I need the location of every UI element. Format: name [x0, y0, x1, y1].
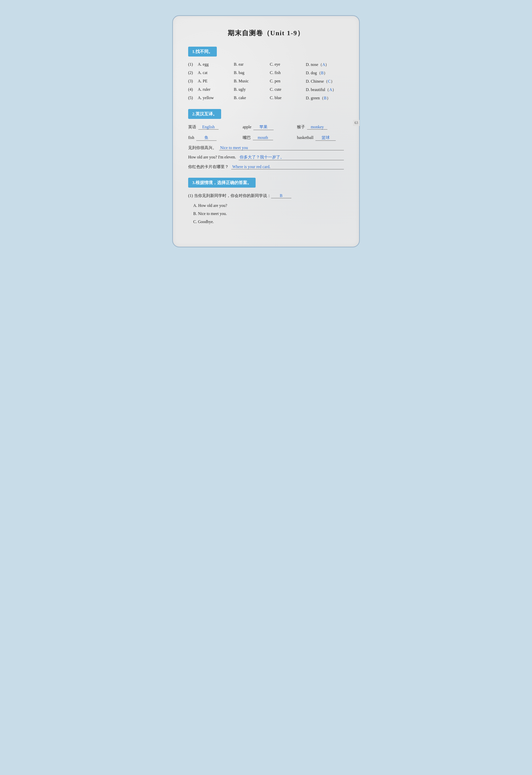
translation-grid: 英语 English apple 苹果 猴子 monkey fish 鱼 嘴巴 …: [188, 124, 344, 141]
choice-a: A. egg: [198, 62, 226, 67]
choice-c: C. pen: [270, 79, 298, 84]
s3-answer: B: [271, 193, 292, 198]
answer: A: [322, 62, 325, 67]
section-3-questions: (1) 当你见到新同学时，你会对你的新同学说：B A. How old are …: [188, 193, 344, 226]
choice-c: C. eye: [270, 62, 298, 67]
q-choices: A. cat B. bag C. fish D. dog（B）: [198, 70, 334, 76]
choice-d: D. nose（A）: [306, 62, 334, 67]
sentence-label: How old are you? I'm eleven.: [188, 155, 236, 159]
choice-d: D. Chinese（C）: [306, 79, 335, 84]
question-list: (1) A. egg B. ear C. eye D. nose（A） (2) …: [188, 62, 344, 101]
sentence-row-2: How old are you? I'm eleven. 你多大了？我十一岁了。: [188, 155, 344, 160]
trans-answer: English: [198, 125, 218, 129]
trans-answer: mouth: [253, 135, 273, 140]
question-row-3: (3) A. PE B. Music C. pen D. Chinese（C）: [188, 79, 344, 84]
choice-d: D. dog（B）: [306, 70, 334, 76]
sentence-label: 你红色的卡片在哪里？: [188, 164, 229, 170]
choice-c: C. cute: [270, 87, 298, 92]
question-row-5: (5) A. yellow B. cake C. blue D. green（B…: [188, 96, 344, 101]
trans-answer: monkey: [307, 125, 327, 129]
q-choices: A. PE B. Music C. pen D. Chinese（C）: [198, 79, 335, 84]
s3-options: A. How old are you?B. Nice to meet you.C…: [193, 201, 344, 226]
s3-option: B. Nice to meet you.: [193, 210, 344, 218]
section-2-header: 2.英汉互译。: [188, 109, 221, 119]
choice-d: D. green（B）: [306, 96, 334, 101]
answer: B: [324, 96, 327, 100]
trans-label: basketball: [297, 135, 314, 140]
question-row-1: (1) A. egg B. ear C. eye D. nose（A）: [188, 62, 344, 67]
sentence-answer: Where is your red card.: [231, 164, 344, 169]
choice-a: A. ruler: [198, 87, 226, 92]
q-choices: A. ruler B. ugly C. cute D. beautiful（A）: [198, 87, 336, 92]
trans-label: fish: [188, 135, 194, 140]
choice-c: C. fish: [270, 70, 298, 76]
trans-answer: 鱼: [196, 135, 216, 141]
s3-option: C. Goodbye.: [193, 218, 344, 226]
q-num: (5): [188, 96, 196, 100]
trans-item-2: apple 苹果: [243, 124, 290, 130]
choice-c: C. blue: [270, 96, 298, 101]
sentence-row-3: 你红色的卡片在哪里？ Where is your red card.: [188, 164, 344, 170]
sentence-translations: 见到你很高兴。 Nice to meet you How old are you…: [188, 145, 344, 170]
trans-label: apple: [243, 125, 251, 129]
question-row-2: (2) A. cat B. bag C. fish D. dog（B）: [188, 70, 344, 76]
trans-label: 嘴巴: [243, 135, 251, 140]
trans-answer: 苹果: [253, 124, 274, 130]
section-3: 3.根据情境，选择正确的答案。 (1) 当你见到新同学时，你会对你的新同学说：B…: [188, 178, 344, 226]
s3-option: A. How old are you?: [193, 201, 344, 210]
answer: C: [328, 79, 331, 83]
trans-label: 英语: [188, 124, 196, 130]
s3-question-text: (1) 当你见到新同学时，你会对你的新同学说：B: [188, 193, 344, 198]
trans-item-3: 猴子 monkey: [297, 124, 344, 130]
sentence-answer: Nice to meet you: [219, 145, 344, 150]
trans-item-6: basketball 篮球: [297, 135, 344, 141]
main-title: 期末自测卷（Unit 1-9）: [188, 29, 344, 38]
choice-b: B. bag: [234, 70, 262, 76]
choice-b: B. ear: [234, 62, 262, 67]
choice-b: B. cake: [234, 96, 262, 101]
section-1-header: 1.找不同。: [188, 47, 217, 57]
trans-item-1: 英语 English: [188, 124, 235, 130]
section-1: 1.找不同。 (1) A. egg B. ear C. eye D. nose（…: [188, 47, 344, 101]
trans-item-5: 嘴巴 mouth: [243, 135, 290, 141]
s3-question-1: (1) 当你见到新同学时，你会对你的新同学说：B A. How old are …: [188, 193, 344, 226]
choice-a: A. cat: [198, 70, 226, 76]
sentence-label: 见到你很高兴。: [188, 145, 216, 151]
choice-d: D. beautiful（A）: [306, 87, 336, 92]
paper: 63 期末自测卷（Unit 1-9） 1.找不同。 (1) A. egg B. …: [172, 15, 360, 247]
page-wrapper: 63 期末自测卷（Unit 1-9） 1.找不同。 (1) A. egg B. …: [167, 10, 365, 252]
q-num: (3): [188, 79, 196, 83]
q-num: (2): [188, 70, 196, 75]
q-num: (4): [188, 87, 196, 92]
section-3-header: 3.根据情境，选择正确的答案。: [188, 178, 255, 188]
answer: A: [329, 87, 332, 92]
trans-answer: 篮球: [316, 135, 336, 141]
trans-item-4: fish 鱼: [188, 135, 235, 141]
q-num: (1): [188, 62, 196, 67]
choice-b: B. ugly: [234, 87, 262, 92]
choice-a: A. yellow: [198, 96, 226, 101]
page-number: 63: [353, 120, 360, 126]
sentence-row-1: 见到你很高兴。 Nice to meet you: [188, 145, 344, 151]
answer: B: [321, 71, 324, 75]
question-row-4: (4) A. ruler B. ugly C. cute D. beautifu…: [188, 87, 344, 92]
sentence-answer: 你多大了？我十一岁了。: [238, 155, 344, 160]
trans-label: 猴子: [297, 124, 305, 130]
q-choices: A. egg B. ear C. eye D. nose（A）: [198, 62, 334, 67]
choice-b: B. Music: [234, 79, 262, 84]
section-2: 2.英汉互译。 英语 English apple 苹果 猴子 monkey fi…: [188, 109, 344, 170]
q-choices: A. yellow B. cake C. blue D. green（B）: [198, 96, 334, 101]
choice-a: A. PE: [198, 79, 226, 84]
